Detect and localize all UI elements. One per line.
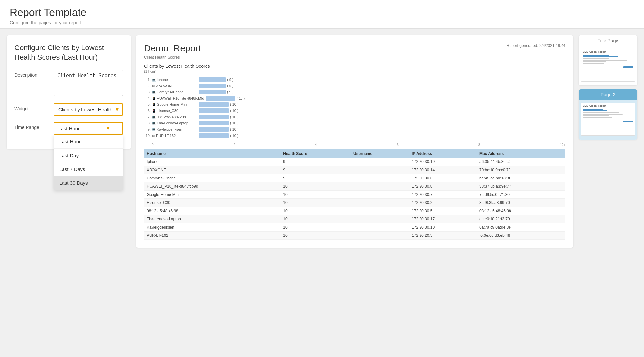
dropdown-option-last-hour[interactable]: Last Hour xyxy=(54,135,123,149)
time-range-dropdown[interactable]: Last Hour ▼ Last Hour Last Day Last 7 Da… xyxy=(54,122,123,135)
table-cell-1: 10 xyxy=(280,215,351,223)
col-mac: Mac Address xyxy=(477,149,565,158)
col-health-score: Health Score xyxy=(280,149,351,158)
device-icon: 💻 xyxy=(152,128,156,131)
description-control: Client Health Scores xyxy=(54,70,123,97)
table-cell-1: 9 xyxy=(280,158,351,166)
table-cell-1: 10 xyxy=(280,232,351,240)
table-cell-4: a6:35:44:4b:3c:c0 xyxy=(477,158,565,166)
table-row: Google-Home-Mini10172.20.30.77c:d9:5c:0f… xyxy=(144,191,565,199)
bar-label: 🖥 XBOXONE xyxy=(152,84,198,88)
table-row: Hisense_C3010172.20.30.28c:9f:3b:a8:99:7… xyxy=(144,199,565,207)
table-cell-0: Camryns-iPhone xyxy=(144,174,280,182)
bar-label: 💻 Iphone xyxy=(152,78,198,82)
table-cell-4: 6a:7a:c9:0a:de:3e xyxy=(477,223,565,232)
dropdown-option-last-7-days[interactable]: Last 7 Days xyxy=(54,162,123,176)
bar-label: 💻 08:12:a5:48:46:98 xyxy=(152,115,198,119)
health-score-axis: 0 2 4 6 8 10+ xyxy=(144,143,565,147)
table-cell-2 xyxy=(351,232,409,240)
report-section-label: Client Health Scores xyxy=(144,55,565,60)
bar-score-label: ( 10 ) xyxy=(230,134,239,138)
table-cell-4: f0:6e:0b:d3:eb:48 xyxy=(477,232,565,240)
table-cell-2 xyxy=(351,174,409,182)
table-cell-3: 172.20.30.2 xyxy=(409,199,477,207)
main-content: Configure Clients by Lowest Health Score… xyxy=(0,29,644,254)
table-cell-2 xyxy=(351,182,409,191)
col-username: Username xyxy=(351,149,409,158)
widget-select[interactable]: Clients by Lowest Health Scores xyxy=(54,103,123,116)
table-cell-3: 172.20.30.19 xyxy=(409,158,477,166)
time-range-arrow-icon: ▼ xyxy=(105,125,111,131)
table-header-row: Hostname Health Score Username IP Addres… xyxy=(144,149,565,158)
table-row: Tha-Lenovo-Laptop10172.20.30.17ac:e0:10:… xyxy=(144,215,565,223)
page-card-1[interactable]: Page 2SMS-Ciscal Report xyxy=(579,89,637,140)
table-cell-4: 08:12:a5:48:46:98 xyxy=(477,207,565,215)
bar-label: 💻 Tha-Lenovo-Laptop xyxy=(152,121,198,125)
page-card-title-1: Page 2 xyxy=(579,89,637,100)
bar-rank: 10. xyxy=(144,134,151,138)
table-cell-1: 10 xyxy=(280,182,351,191)
report-chart-title: Clients by Lowest Health Scores xyxy=(144,64,565,69)
bar-row: 5.📱 Google-Home-Mini( 10 ) xyxy=(144,102,565,107)
bar-score-label: ( 10 ) xyxy=(230,121,239,125)
bar-row: 10.🖥 PUR-LT-162( 10 ) xyxy=(144,133,565,138)
table-cell-0: Tha-Lenovo-Laptop xyxy=(144,215,280,223)
dropdown-option-last-day[interactable]: Last Day xyxy=(54,149,123,162)
table-row: XBOXONE9172.20.30.1470:bc:10:9b:c0:79 xyxy=(144,166,565,174)
report-generated: Report generated: 2/4/2021 19:44 xyxy=(507,43,565,48)
table-row: HUAWEI_P10_lite-d848fcb9d10172.20.30.838… xyxy=(144,182,565,191)
page-subtitle: Configure the pages for your report xyxy=(10,20,634,25)
bar-rank: 5. xyxy=(144,103,151,106)
time-range-row: Time Range: Last Hour ▼ Last Hour Last D… xyxy=(14,122,123,135)
time-range-trigger[interactable]: Last Hour ▼ xyxy=(54,122,123,135)
device-icon: 💻 xyxy=(152,90,156,94)
bar-row: 3.💻 Camryns-iPhone( 9 ) xyxy=(144,90,565,94)
table-cell-2 xyxy=(351,199,409,207)
report-header: Demo_Report Report generated: 2/4/2021 1… xyxy=(144,43,565,54)
bar-row: 9.💻 Kayleigderiksen( 10 ) xyxy=(144,127,565,132)
bar-row: 6.📱 Hisense_C30( 10 ) xyxy=(144,108,565,113)
table-cell-2 xyxy=(351,215,409,223)
bar-fill xyxy=(206,96,235,101)
col-hostname: Hostname xyxy=(144,149,280,158)
bar-fill xyxy=(199,121,229,125)
table-cell-0: Google-Home-Mini xyxy=(144,191,280,199)
data-table: Hostname Health Score Username IP Addres… xyxy=(144,149,565,240)
description-textarea[interactable]: Client Health Scores xyxy=(54,70,123,96)
device-icon: 💻 xyxy=(152,78,156,82)
bar-fill xyxy=(199,90,226,94)
table-cell-2 xyxy=(351,191,409,199)
page-header: Report Template Configure the pages for … xyxy=(0,0,644,29)
page-title: Report Template xyxy=(10,7,634,19)
table-cell-3: 172.20.30.17 xyxy=(409,215,477,223)
bar-fill xyxy=(199,133,229,138)
bar-chart: 1.💻 Iphone( 9 )2.🖥 XBOXONE( 9 )3.💻 Camry… xyxy=(144,77,565,138)
bar-row: 7.💻 08:12:a5:48:46:98( 10 ) xyxy=(144,115,565,119)
table-cell-1: 10 xyxy=(280,199,351,207)
bar-rank: 6. xyxy=(144,109,151,113)
device-icon: 🖥 xyxy=(152,134,155,138)
table-cell-3: 172.20.20.5 xyxy=(409,232,477,240)
bar-rank: 8. xyxy=(144,121,151,125)
table-cell-4: ac:e0:10:21:f3:79 xyxy=(477,215,565,223)
dropdown-option-last-30-days[interactable]: Last 30 Days xyxy=(54,176,123,190)
bar-fill xyxy=(199,84,226,88)
page-card-preview-0: SMS-Ciscal Report xyxy=(579,46,637,85)
device-icon: 📱 xyxy=(152,103,156,106)
table-row: 08:12:a5:48:46:9810172.20.30.508:12:a5:4… xyxy=(144,207,565,215)
table-cell-4: 70:bc:10:9b:c0:79 xyxy=(477,166,565,174)
description-label: Description: xyxy=(14,70,54,78)
table-cell-1: 10 xyxy=(280,207,351,215)
time-range-value: Last Hour xyxy=(58,126,80,131)
time-range-control: Last Hour ▼ Last Hour Last Day Last 7 Da… xyxy=(54,122,123,135)
bar-rank: 2. xyxy=(144,84,151,88)
report-title: Demo_Report xyxy=(144,43,201,54)
device-icon: 🖥 xyxy=(152,84,155,88)
table-cell-0: Hisense_C30 xyxy=(144,199,280,207)
widget-label: Widget: xyxy=(14,103,54,111)
report-chart-subtitle: (1 hour) xyxy=(144,69,565,73)
bar-score-label: ( 10 ) xyxy=(230,115,239,119)
bar-fill xyxy=(199,108,229,113)
page-card-0[interactable]: Title PageSMS-Ciscal Report xyxy=(579,35,637,85)
device-icon: 💻 xyxy=(152,122,156,125)
